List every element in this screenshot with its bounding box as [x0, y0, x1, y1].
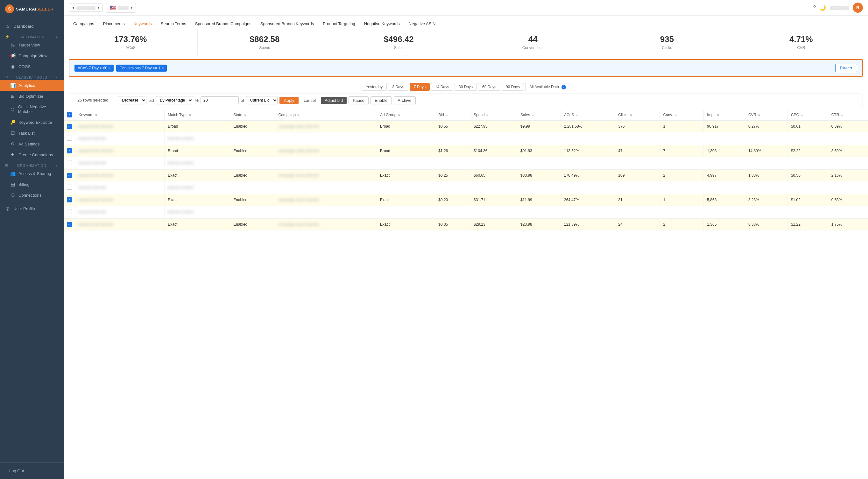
sidebar-item-label: Ad Settings	[19, 141, 40, 147]
th-spend[interactable]: Spend ⇅	[470, 110, 517, 120]
sidebar-item-dashboard[interactable]: ⌂ Dashboard	[0, 21, 64, 32]
tab-sponsored-brands-keywords[interactable]: Sponsored Brands Keywords	[256, 19, 318, 29]
date-btn-90days[interactable]: 90 Days	[502, 83, 524, 91]
th-campaign[interactable]: Campaign ⇅	[275, 110, 376, 120]
th-ctr[interactable]: CTR ⇅	[828, 110, 868, 120]
sidebar-item-user-profile[interactable]: ◎ User Profile	[0, 203, 64, 214]
tab-campaigns[interactable]: Campaigns	[69, 19, 99, 29]
row-checkbox-cell[interactable]	[64, 205, 75, 218]
sidebar-item-billing[interactable]: ▤ Billing	[0, 179, 64, 190]
date-btn-7days[interactable]: 7 Days	[410, 83, 430, 91]
sidebar-item-ad-settings[interactable]: ⚙ Ad Settings	[0, 138, 64, 149]
cogs-icon: ◉	[10, 64, 15, 69]
tab-negative-asin[interactable]: Negative ASIN	[404, 19, 440, 29]
select-all-checkbox[interactable]: ✓	[67, 113, 72, 118]
sidebar-item-analytics[interactable]: 📊 Analytics	[0, 80, 64, 91]
row-checkbox-cell[interactable]: ✓	[64, 194, 75, 205]
sidebar-item-target-view[interactable]: ◎ Target View	[0, 39, 64, 50]
th-state[interactable]: State ⇅	[230, 110, 275, 120]
adjust-bid-button[interactable]: Adjust bid	[321, 97, 347, 104]
row-checkbox-cell[interactable]	[64, 181, 75, 194]
sidebar-item-label: Target View	[19, 43, 40, 47]
select-all-header[interactable]: ✓	[64, 110, 75, 120]
th-conv[interactable]: Conv. ⇅	[660, 110, 704, 120]
by-percentage-select[interactable]: By Percentage	[156, 96, 193, 104]
sidebar-section-classic-tools[interactable]: ✂ Classic Tools ▲	[0, 73, 64, 80]
tab-keywords[interactable]: Keywords	[129, 19, 156, 29]
current-bid-select[interactable]: Current Bid	[246, 96, 278, 104]
section-label: Organization	[17, 164, 46, 167]
filter-tag-acos[interactable]: ACoS 7 Day > 60 ×	[74, 65, 114, 72]
filter-button[interactable]: Filter ▾	[835, 64, 858, 72]
th-cvr[interactable]: CVR ⇅	[745, 110, 787, 120]
tab-placements[interactable]: Placements	[99, 19, 129, 29]
user-name-label: ▒▒▒▒▒▒▒	[830, 5, 849, 10]
chevron-up-icon[interactable]: ▲	[55, 164, 59, 167]
row-checkbox[interactable]: ✓	[67, 124, 72, 129]
store-dropdown[interactable]: ● ▒▒▒▒▒▒▒ ▾	[69, 3, 103, 12]
th-acos[interactable]: ACoS ⇅	[561, 110, 615, 120]
row-checkbox[interactable]: ✓	[67, 222, 72, 227]
th-cpc[interactable]: CPC ⇅	[787, 110, 828, 120]
cancel-button[interactable]: cancel	[301, 97, 319, 104]
sidebar-item-access-sharing[interactable]: 👥 Access & Sharing	[0, 168, 64, 179]
row-checkbox-cell[interactable]	[64, 157, 75, 169]
th-clicks[interactable]: Clicks ⇅	[615, 110, 660, 120]
table-row: ✓ keyword text blurred Exact Enabled cam…	[64, 169, 868, 181]
archive-button[interactable]: Archive	[394, 96, 416, 104]
decrease-select[interactable]: Decrease	[118, 96, 147, 104]
row-checkbox-cell[interactable]	[64, 132, 75, 145]
date-btn-60days[interactable]: 60 Days	[478, 83, 500, 91]
row-checkbox[interactable]: ✓	[67, 173, 72, 178]
filter-tag-conversions[interactable]: Conversions 7 Day >= 1 ×	[116, 65, 167, 72]
pause-button[interactable]: Pause	[348, 96, 369, 104]
sidebar-item-quick-negative-matcher[interactable]: ◎ Quick Negative Matcher	[0, 101, 64, 117]
date-btn-3days[interactable]: 3 Days	[388, 83, 408, 91]
chevron-up-icon[interactable]: ▲	[55, 35, 59, 38]
th-keyword[interactable]: Keyword ⇅	[75, 110, 164, 120]
sidebar-item-keyword-extractor[interactable]: 🔑 Keyword Extractor	[0, 117, 64, 128]
date-btn-30days[interactable]: 30 Days	[455, 83, 477, 91]
row-checkbox-cell[interactable]: ✓	[64, 169, 75, 181]
th-bid[interactable]: Bid ⇅	[435, 110, 470, 120]
tab-product-targeting[interactable]: Product Targeting	[318, 19, 360, 29]
th-match-type[interactable]: Match Type ⇅	[164, 110, 230, 120]
row-checkbox[interactable]	[67, 209, 72, 214]
date-btn-14days[interactable]: 14 Days	[431, 83, 453, 91]
user-avatar[interactable]: R	[853, 3, 863, 13]
row-checkbox-cell[interactable]: ✓	[64, 120, 75, 132]
date-btn-yesterday[interactable]: Yesterday	[362, 83, 387, 91]
region-dropdown[interactable]: 🇺🇸 ▒▒▒▒ ▾	[106, 3, 136, 13]
chevron-up-icon[interactable]: ▲	[55, 75, 59, 79]
help-icon[interactable]: ?	[813, 5, 816, 10]
row-checkbox[interactable]: ✓	[67, 197, 72, 202]
row-checkbox[interactable]	[67, 136, 72, 141]
row-checkbox-cell[interactable]: ✓	[64, 218, 75, 230]
sidebar-item-bid-optimizer[interactable]: ⊞ Bid Optimizer	[0, 91, 64, 101]
sidebar-section-automator[interactable]: ⚡ Automator ▲	[0, 33, 64, 39]
row-checkbox-cell[interactable]: ✓	[64, 145, 75, 157]
sidebar-item-connections[interactable]: ⚇ Connections	[0, 190, 64, 200]
th-ad-group[interactable]: Ad Group ⇅	[376, 110, 435, 120]
bid-label: bid	[148, 98, 154, 103]
date-btn-all-data[interactable]: All Available Data ?	[525, 83, 570, 91]
apply-button[interactable]: Apply	[279, 97, 299, 104]
row-checkbox[interactable]: ✓	[67, 148, 72, 153]
tab-search-terms[interactable]: Search Terms	[156, 19, 191, 29]
enable-button[interactable]: Enable	[371, 96, 392, 104]
sidebar-item-cogs[interactable]: ◉ COGS	[0, 61, 64, 72]
bid-value-input[interactable]	[200, 96, 239, 104]
sidebar-item-campaign-view[interactable]: 📢 Campaign View	[0, 50, 64, 61]
table-row: ✓ keyword text blurred Broad Enabled cam…	[64, 120, 868, 132]
th-impr[interactable]: Impr. ⇅	[704, 110, 745, 120]
tab-negative-keywords[interactable]: Negative Keywords	[360, 19, 404, 29]
row-checkbox[interactable]	[67, 160, 72, 165]
tab-sponsored-brands-campaigns[interactable]: Sponsored Brands Campaigns	[191, 19, 256, 29]
logout-button[interactable]: → Log Out	[5, 467, 59, 475]
sidebar-item-create-campaigns[interactable]: ✚ Create Campaigns	[0, 149, 64, 160]
sidebar-section-organization[interactable]: ⊞ Organization ▲	[0, 161, 64, 168]
row-checkbox[interactable]	[67, 185, 72, 190]
sidebar-item-task-list[interactable]: ☐ Task List	[0, 128, 64, 138]
dark-mode-icon[interactable]: 🌙	[819, 5, 826, 11]
th-sales[interactable]: Sales ⇅	[517, 110, 561, 120]
